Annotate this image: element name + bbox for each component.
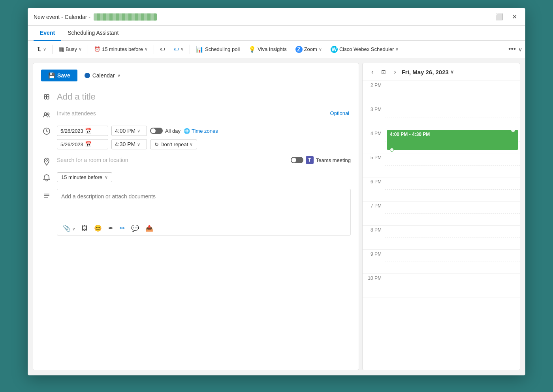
event-label: 4:00 PM - 4:30 PM [390, 132, 430, 137]
signature-button[interactable]: ✒ [107, 224, 115, 233]
reminder-toolbar-icon: ⏰ [94, 46, 100, 52]
tab-scheduling-assistant[interactable]: Scheduling Assistant [61, 26, 125, 41]
end-time-chevron: ∨ [137, 142, 140, 147]
start-cal-icon: 📅 [85, 128, 92, 134]
time-row-7pm: 7 PM [363, 202, 520, 226]
time-slot-5pm [385, 153, 520, 177]
reminder-selector[interactable]: 15 minutes before ∨ [57, 172, 112, 182]
left-panel: 💾 Save Calendar ∨ [33, 63, 359, 370]
toolbar-viva-insights-btn[interactable]: 💡 Viva Insights [245, 43, 290, 55]
end-time-text: 4:30 PM [115, 141, 135, 147]
cal-date-text: Fri, May 26, 2023 [402, 69, 449, 75]
teams-icon: T [306, 156, 314, 164]
globe-icon: 🌐 [184, 128, 190, 134]
time-label-10pm: 10 PM [363, 274, 385, 281]
viva-icon: 💡 [248, 46, 256, 53]
label-icon: 🏷 [174, 46, 179, 52]
title-input[interactable] [57, 91, 351, 103]
teams-toggle-wrap: T Teams meeting [291, 156, 351, 164]
adjust-icon: ⇅ [37, 46, 41, 52]
adjust-chevron: ∨ [43, 47, 46, 52]
toolbar-webex-btn[interactable]: W Cisco Webex Scheduler ∨ [327, 43, 403, 55]
time-slot-9pm [385, 250, 520, 273]
description-row: 📎 ∨ 🖼 😊 ✒ ✏ 💬 📤 [41, 186, 351, 239]
window-title-blurred [94, 13, 157, 21]
start-time-chevron: ∨ [137, 128, 140, 134]
viva-insights-label: Viva Insights [258, 46, 286, 52]
main-content: 💾 Save Calendar ∨ [28, 58, 525, 375]
description-area-wrap: 📎 ∨ 🖼 😊 ✒ ✏ 💬 📤 [57, 189, 351, 236]
toolbar-label-btn[interactable]: 🏷 ∨ [170, 44, 187, 55]
image-button[interactable]: 🖼 [80, 224, 89, 233]
time-slot-3pm [385, 105, 520, 129]
time-row-9pm: 9 PM [363, 250, 520, 274]
event-dot-top [511, 128, 515, 132]
scheduling-poll-label: Scheduling poll [205, 46, 240, 52]
maximize-button[interactable]: ⬜ [493, 12, 506, 21]
toolbar-adjust-btn[interactable]: ⇅ ∨ [34, 44, 50, 55]
cal-prev-button[interactable]: ‹ [369, 67, 376, 77]
repeat-chevron: ∨ [190, 142, 193, 147]
emoji-button[interactable]: 😊 [92, 224, 103, 233]
webex-icon: W [331, 46, 338, 53]
start-date-picker[interactable]: 5/26/2023 📅 [57, 126, 108, 136]
allday-toggle[interactable] [150, 128, 163, 134]
half-hour-line-10pm [385, 286, 520, 286]
repeat-button[interactable]: ↻ Don't repeat ∨ [150, 139, 197, 149]
tab-bar: Event Scheduling Assistant [28, 26, 525, 41]
time-slot-4pm: 4:00 PM - 4:30 PM [385, 129, 520, 153]
calendar-dot [85, 73, 90, 78]
save-row: 💾 Save Calendar ∨ [41, 70, 351, 81]
zoom-icon: Z [295, 46, 303, 53]
location-input[interactable] [57, 157, 288, 163]
time-label-3pm: 3 PM [363, 105, 385, 112]
reminder-icon [41, 172, 52, 182]
reminder-select-label: 15 minutes before [61, 174, 102, 180]
webex-label: Cisco Webex Scheduler [339, 46, 394, 52]
timezone-button[interactable]: 🌐 Time zones [184, 128, 218, 134]
start-date-text: 5/26/2023 [60, 128, 83, 134]
cal-date-display[interactable]: Fri, May 26, 2023 ∨ [402, 69, 454, 75]
right-panel: ‹ ⊡ › Fri, May 26, 2023 ∨ 2 PM [362, 63, 520, 370]
save-button[interactable]: 💾 Save [41, 70, 77, 81]
datetime-row: 5/26/2023 📅 4:00 PM ∨ All day 🌐 [41, 122, 351, 153]
toolbar-reminder-btn[interactable]: ⏰ 15 minutes before ∨ [90, 44, 151, 55]
comment-button[interactable]: 💬 [130, 224, 141, 233]
allday-label: All day [165, 128, 181, 134]
optional-button[interactable]: Optional [329, 109, 351, 117]
window-title: New event - Calendar - [34, 14, 90, 20]
svg-point-7 [46, 160, 47, 161]
reminder-row: 15 minutes before ∨ [41, 169, 351, 186]
pen-button[interactable]: ✏ [118, 224, 126, 233]
attendees-input[interactable] [57, 110, 325, 117]
cal-next-button[interactable]: › [391, 67, 398, 77]
calendar-label: Calendar [92, 72, 115, 79]
toolbar-busy-btn[interactable]: ▦ Busy ∨ [55, 43, 85, 55]
toolbar-scroll-arrow[interactable]: ∨ [515, 41, 525, 58]
calendar-chevron: ∨ [117, 73, 120, 78]
toolbar-tag-btn[interactable]: 🏷 [156, 44, 169, 55]
share-button[interactable]: 📤 [144, 224, 155, 233]
start-time-picker[interactable]: 4:00 PM ∨ [111, 126, 147, 136]
location-content: T Teams meeting [57, 156, 351, 164]
time-label-9pm: 9 PM [363, 250, 385, 257]
half-hour-line-6pm [385, 189, 520, 190]
time-slot-8pm [385, 226, 520, 249]
toolbar-zoom-btn[interactable]: Z Zoom ∨ [292, 43, 325, 55]
toolbar-divider-2 [88, 45, 88, 54]
svg-point-5 [47, 113, 49, 115]
end-date-picker[interactable]: 5/26/2023 📅 [57, 139, 108, 149]
tab-event[interactable]: Event [34, 26, 61, 41]
attach-button[interactable]: 📎 ∨ [61, 224, 77, 233]
half-hour-line-3pm [385, 117, 520, 117]
teams-meeting-toggle[interactable] [291, 157, 303, 163]
description-textarea[interactable] [57, 189, 350, 221]
close-button[interactable]: ✕ [510, 12, 519, 21]
cal-today-button[interactable]: ⊡ [379, 68, 388, 76]
event-block[interactable]: 4:00 PM - 4:30 PM [387, 130, 518, 150]
toolbar-scheduling-poll-btn[interactable]: 📊 Scheduling poll [192, 43, 243, 55]
calendar-selector-btn[interactable]: Calendar ∨ [81, 70, 124, 81]
title-row [41, 88, 351, 106]
attendees-row: Optional [41, 106, 351, 122]
end-time-picker[interactable]: 4:30 PM ∨ [111, 139, 147, 149]
